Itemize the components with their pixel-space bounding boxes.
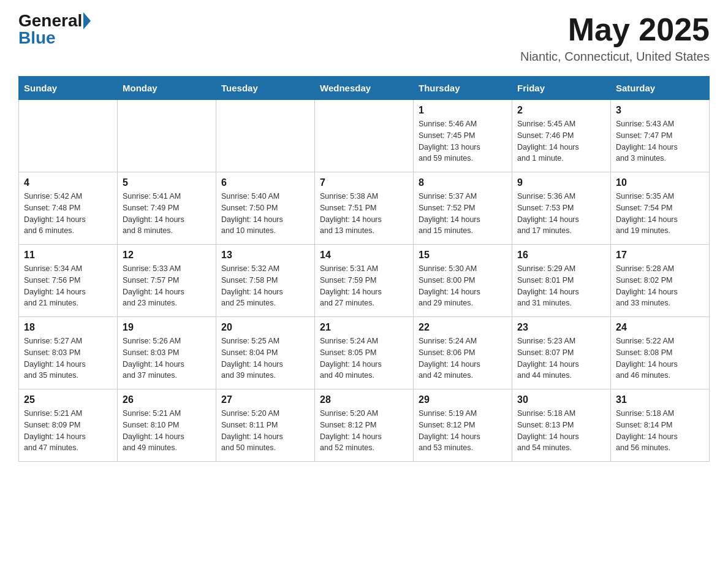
logo-blue-text: Blue	[18, 29, 91, 47]
day-number: 24	[616, 322, 704, 333]
day-number: 7	[320, 177, 408, 188]
calendar-cell: 31Sunrise: 5:18 AM Sunset: 8:14 PM Dayli…	[611, 389, 710, 462]
day-number: 1	[419, 105, 507, 116]
day-number: 11	[24, 250, 112, 261]
day-info: Sunrise: 5:32 AM Sunset: 7:58 PM Dayligh…	[221, 263, 309, 309]
day-info: Sunrise: 5:29 AM Sunset: 8:01 PM Dayligh…	[517, 263, 605, 309]
calendar-cell: 2Sunrise: 5:45 AM Sunset: 7:46 PM Daylig…	[512, 100, 611, 172]
day-info: Sunrise: 5:37 AM Sunset: 7:52 PM Dayligh…	[419, 191, 507, 237]
calendar-cell: 23Sunrise: 5:23 AM Sunset: 8:07 PM Dayli…	[512, 317, 611, 389]
day-info: Sunrise: 5:42 AM Sunset: 7:48 PM Dayligh…	[24, 191, 112, 237]
day-number: 19	[123, 322, 211, 333]
location-subtitle: Niantic, Connecticut, United States	[520, 50, 710, 64]
day-number: 2	[517, 105, 605, 116]
logo-general-text: General	[18, 12, 82, 29]
day-info: Sunrise: 5:33 AM Sunset: 7:57 PM Dayligh…	[123, 263, 211, 309]
calendar-cell: 11Sunrise: 5:34 AM Sunset: 7:56 PM Dayli…	[19, 245, 118, 317]
day-number: 15	[419, 250, 507, 261]
calendar-cell: 30Sunrise: 5:18 AM Sunset: 8:13 PM Dayli…	[512, 389, 611, 462]
day-info: Sunrise: 5:20 AM Sunset: 8:12 PM Dayligh…	[320, 408, 408, 454]
day-info: Sunrise: 5:23 AM Sunset: 8:07 PM Dayligh…	[517, 335, 605, 381]
day-number: 18	[24, 322, 112, 333]
day-info: Sunrise: 5:26 AM Sunset: 8:03 PM Dayligh…	[123, 335, 211, 381]
day-info: Sunrise: 5:30 AM Sunset: 8:00 PM Dayligh…	[419, 263, 507, 309]
calendar-cell: 29Sunrise: 5:19 AM Sunset: 8:12 PM Dayli…	[414, 389, 512, 462]
calendar-cell: 3Sunrise: 5:43 AM Sunset: 7:47 PM Daylig…	[611, 100, 710, 172]
day-info: Sunrise: 5:27 AM Sunset: 8:03 PM Dayligh…	[24, 335, 112, 381]
calendar-cell: 12Sunrise: 5:33 AM Sunset: 7:57 PM Dayli…	[118, 245, 216, 317]
day-number: 12	[123, 250, 211, 261]
day-of-week-header: Thursday	[414, 77, 512, 100]
calendar-cell: 19Sunrise: 5:26 AM Sunset: 8:03 PM Dayli…	[118, 317, 216, 389]
calendar-cell: 25Sunrise: 5:21 AM Sunset: 8:09 PM Dayli…	[19, 389, 118, 462]
calendar-cell: 1Sunrise: 5:46 AM Sunset: 7:45 PM Daylig…	[414, 100, 512, 172]
day-info: Sunrise: 5:36 AM Sunset: 7:53 PM Dayligh…	[517, 191, 605, 237]
calendar-week-row: 1Sunrise: 5:46 AM Sunset: 7:45 PM Daylig…	[19, 100, 710, 172]
day-number: 28	[320, 394, 408, 405]
calendar-cell: 21Sunrise: 5:24 AM Sunset: 8:05 PM Dayli…	[315, 317, 414, 389]
day-info: Sunrise: 5:22 AM Sunset: 8:08 PM Dayligh…	[616, 335, 704, 381]
day-number: 27	[221, 394, 309, 405]
day-number: 8	[419, 177, 507, 188]
calendar-cell: 16Sunrise: 5:29 AM Sunset: 8:01 PM Dayli…	[512, 245, 611, 317]
calendar-week-row: 25Sunrise: 5:21 AM Sunset: 8:09 PM Dayli…	[19, 389, 710, 462]
calendar-cell: 8Sunrise: 5:37 AM Sunset: 7:52 PM Daylig…	[414, 172, 512, 245]
day-info: Sunrise: 5:20 AM Sunset: 8:11 PM Dayligh…	[221, 408, 309, 454]
calendar-cell: 4Sunrise: 5:42 AM Sunset: 7:48 PM Daylig…	[19, 172, 118, 245]
day-number: 31	[616, 394, 704, 405]
day-number: 29	[419, 394, 507, 405]
calendar-cell: 7Sunrise: 5:38 AM Sunset: 7:51 PM Daylig…	[315, 172, 414, 245]
day-info: Sunrise: 5:43 AM Sunset: 7:47 PM Dayligh…	[616, 118, 704, 164]
calendar-week-row: 4Sunrise: 5:42 AM Sunset: 7:48 PM Daylig…	[19, 172, 710, 245]
day-number: 17	[616, 250, 704, 261]
day-number: 9	[517, 177, 605, 188]
calendar-cell: 5Sunrise: 5:41 AM Sunset: 7:49 PM Daylig…	[118, 172, 216, 245]
day-info: Sunrise: 5:18 AM Sunset: 8:14 PM Dayligh…	[616, 408, 704, 454]
day-number: 6	[221, 177, 309, 188]
calendar-cell	[315, 100, 414, 172]
day-of-week-header: Wednesday	[315, 77, 414, 100]
day-info: Sunrise: 5:40 AM Sunset: 7:50 PM Dayligh…	[221, 191, 309, 237]
calendar-cell: 9Sunrise: 5:36 AM Sunset: 7:53 PM Daylig…	[512, 172, 611, 245]
day-number: 22	[419, 322, 507, 333]
logo-arrow-icon	[83, 12, 91, 29]
title-section: May 2025 Niantic, Connecticut, United St…	[520, 12, 710, 64]
day-number: 3	[616, 105, 704, 116]
day-info: Sunrise: 5:19 AM Sunset: 8:12 PM Dayligh…	[419, 408, 507, 454]
day-number: 16	[517, 250, 605, 261]
month-year-title: May 2025	[520, 12, 710, 47]
calendar-cell	[118, 100, 216, 172]
day-info: Sunrise: 5:28 AM Sunset: 8:02 PM Dayligh…	[616, 263, 704, 309]
day-info: Sunrise: 5:38 AM Sunset: 7:51 PM Dayligh…	[320, 191, 408, 237]
day-info: Sunrise: 5:24 AM Sunset: 8:06 PM Dayligh…	[419, 335, 507, 381]
day-number: 21	[320, 322, 408, 333]
day-number: 13	[221, 250, 309, 261]
calendar-cell: 14Sunrise: 5:31 AM Sunset: 7:59 PM Dayli…	[315, 245, 414, 317]
calendar-cell: 26Sunrise: 5:21 AM Sunset: 8:10 PM Dayli…	[118, 389, 216, 462]
day-of-week-header: Saturday	[611, 77, 710, 100]
page-header: General Blue May 2025 Niantic, Connectic…	[18, 12, 710, 64]
day-number: 5	[123, 177, 211, 188]
day-info: Sunrise: 5:25 AM Sunset: 8:04 PM Dayligh…	[221, 335, 309, 381]
calendar-cell: 17Sunrise: 5:28 AM Sunset: 8:02 PM Dayli…	[611, 245, 710, 317]
day-info: Sunrise: 5:34 AM Sunset: 7:56 PM Dayligh…	[24, 263, 112, 309]
calendar-cell: 13Sunrise: 5:32 AM Sunset: 7:58 PM Dayli…	[216, 245, 315, 317]
day-info: Sunrise: 5:46 AM Sunset: 7:45 PM Dayligh…	[419, 118, 507, 164]
day-info: Sunrise: 5:41 AM Sunset: 7:49 PM Dayligh…	[123, 191, 211, 237]
day-number: 30	[517, 394, 605, 405]
day-number: 25	[24, 394, 112, 405]
day-info: Sunrise: 5:35 AM Sunset: 7:54 PM Dayligh…	[616, 191, 704, 237]
calendar-cell: 6Sunrise: 5:40 AM Sunset: 7:50 PM Daylig…	[216, 172, 315, 245]
calendar-cell	[216, 100, 315, 172]
day-number: 26	[123, 394, 211, 405]
day-info: Sunrise: 5:21 AM Sunset: 8:10 PM Dayligh…	[123, 408, 211, 454]
calendar-table: SundayMondayTuesdayWednesdayThursdayFrid…	[18, 76, 710, 462]
day-info: Sunrise: 5:18 AM Sunset: 8:13 PM Dayligh…	[517, 408, 605, 454]
day-of-week-header: Sunday	[19, 77, 118, 100]
calendar-cell: 27Sunrise: 5:20 AM Sunset: 8:11 PM Dayli…	[216, 389, 315, 462]
logo: General Blue	[18, 12, 91, 47]
day-info: Sunrise: 5:24 AM Sunset: 8:05 PM Dayligh…	[320, 335, 408, 381]
day-info: Sunrise: 5:21 AM Sunset: 8:09 PM Dayligh…	[24, 408, 112, 454]
day-info: Sunrise: 5:45 AM Sunset: 7:46 PM Dayligh…	[517, 118, 605, 164]
day-number: 23	[517, 322, 605, 333]
